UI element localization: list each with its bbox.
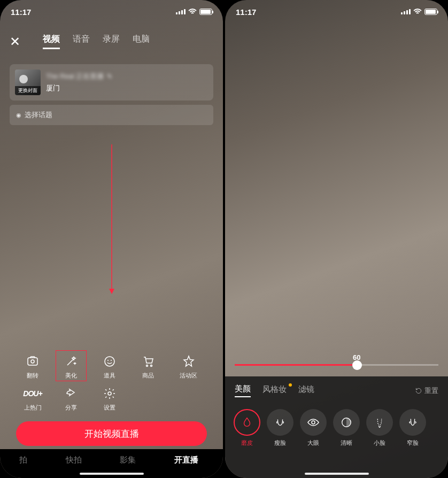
wifi-icon [413,9,422,15]
tool-label: 活动区 [180,372,197,380]
opt-sharpen[interactable]: 清晰 [333,409,360,447]
tools-row-1: 翻转 美化 道具 商品 活动区 [0,354,223,380]
tab-audio[interactable]: 语音 [73,34,90,49]
beauty-options-row: 磨皮 瘦脸 大眼 清晰 小脸 窄脸 [225,405,448,451]
star-icon [182,354,196,368]
signal-icon [401,9,411,14]
home-indicator [305,473,369,475]
svg-point-8 [151,365,152,367]
smile-icon [103,354,117,368]
smallface-icon [366,409,393,436]
opt-smooth[interactable]: 磨皮 [234,409,260,447]
status-icons [176,9,212,15]
opt-label: 小脸 [374,439,385,447]
btab-quick[interactable]: 快拍 [66,455,82,465]
signal-icon [176,9,186,14]
clock-time: 11:17 [236,7,256,17]
btab-shoot[interactable]: 拍 [19,455,27,465]
tab-video[interactable]: 视频 [43,34,60,49]
beauty-panel: 美颜 风格妆 滤镜 重置 磨皮 瘦脸 大眼 清晰 [225,376,448,478]
btab-live[interactable]: 开直播 [174,455,198,465]
stream-title-blurred: The Real 正在直播 [46,72,104,81]
clock-time: 11:17 [11,7,31,17]
reset-label: 重置 [424,386,438,396]
new-badge-dot [289,383,292,387]
svg-point-10 [312,421,315,424]
eye-icon [300,409,327,436]
tool-effects[interactable]: 道具 [103,354,117,380]
contrast-icon [333,409,360,436]
tool-activity[interactable]: 活动区 [180,354,197,380]
tab-pc[interactable]: 电脑 [133,34,150,49]
start-button-label: 开始视频直播 [84,428,139,440]
reset-icon [415,387,422,395]
status-bar: 11:17 [0,0,223,24]
btab-makeup[interactable]: 风格妆 [262,384,287,397]
tool-label: 商品 [142,372,154,380]
header: ✕ 视频 语音 录屏 电脑 [0,29,223,53]
tool-label: 设置 [104,404,115,412]
topic-selector[interactable]: ◉ 选择话题 [10,105,213,125]
slider-track [235,364,438,366]
slider-fill [235,364,357,366]
dou-plus-icon: DOU+ [26,387,40,400]
face-icon [267,409,293,436]
close-icon[interactable]: ✕ [10,34,20,49]
start-livestream-button[interactable]: 开始视频直播 [16,421,207,446]
wifi-icon [188,9,197,15]
opt-label: 窄脸 [407,439,419,447]
svg-rect-2 [28,358,37,365]
svg-marker-1 [109,289,114,294]
opt-label: 大眼 [307,439,319,447]
share-icon [64,387,78,400]
tool-flip[interactable]: 翻转 [26,354,40,380]
tool-label: 翻转 [27,372,38,380]
flip-icon [26,354,40,368]
tool-label: 道具 [104,372,115,380]
opt-narrow-face[interactable]: 窄脸 [399,409,426,447]
svg-point-7 [146,365,148,367]
location-text: 厦门 [46,83,208,93]
svg-point-3 [31,360,34,363]
edit-icon[interactable]: ✎ [107,73,112,80]
svg-point-6 [111,360,112,361]
stream-info-card[interactable]: 更换封面 The Real 正在直播 ✎ 厦门 [10,64,213,101]
beauty-category-tabs: 美颜 风格妆 滤镜 重置 [225,376,448,405]
tool-dou-plus[interactable]: DOU+ 上热门 [13,387,52,412]
opt-slim-face[interactable]: 瘦脸 [267,409,293,447]
tool-label: 分享 [65,404,77,412]
tool-settings[interactable]: 设置 [90,387,129,412]
status-icons [401,9,437,15]
svg-point-4 [105,357,114,366]
opt-big-eyes[interactable]: 大眼 [300,409,327,447]
tab-screen[interactable]: 录屏 [103,34,120,49]
btab-beauty[interactable]: 美颜 [235,384,251,397]
narrowface-icon [399,409,426,436]
phone-right-beauty-panel: 11:17 60 美颜 风格妆 滤镜 重置 磨皮 [225,0,448,478]
reset-button[interactable]: 重置 [415,386,438,396]
intensity-slider[interactable]: 60 [235,364,438,366]
status-bar: 11:17 [225,0,448,24]
opt-label: 瘦脸 [274,439,286,447]
slider-thumb[interactable] [352,360,362,370]
cover-thumbnail[interactable]: 更换封面 [15,70,41,95]
phone-left-livestream-setup: 11:17 ✕ 视频 语音 录屏 电脑 更换封面 The Real 正在直播 [0,0,223,478]
svg-point-9 [108,392,111,395]
opt-label: 磨皮 [241,439,253,447]
cart-icon [141,354,155,368]
battery-icon [199,9,212,15]
btab-album[interactable]: 影集 [120,455,136,465]
topic-label: 选择话题 [25,110,52,120]
tag-icon: ◉ [16,112,21,119]
settings-icon [103,387,117,400]
home-indicator [80,473,144,475]
opt-label: 清晰 [341,439,352,447]
stream-type-tabs: 视频 语音 录屏 电脑 [43,34,150,49]
btab-filter[interactable]: 滤镜 [298,384,314,397]
tool-share[interactable]: 分享 [52,387,90,412]
tool-goods[interactable]: 商品 [141,354,155,380]
annotation-highlight-box [56,350,87,381]
opt-small-face[interactable]: 小脸 [366,409,393,447]
tool-label: 上热门 [24,404,42,412]
tool-beautify[interactable]: 美化 [64,354,78,380]
